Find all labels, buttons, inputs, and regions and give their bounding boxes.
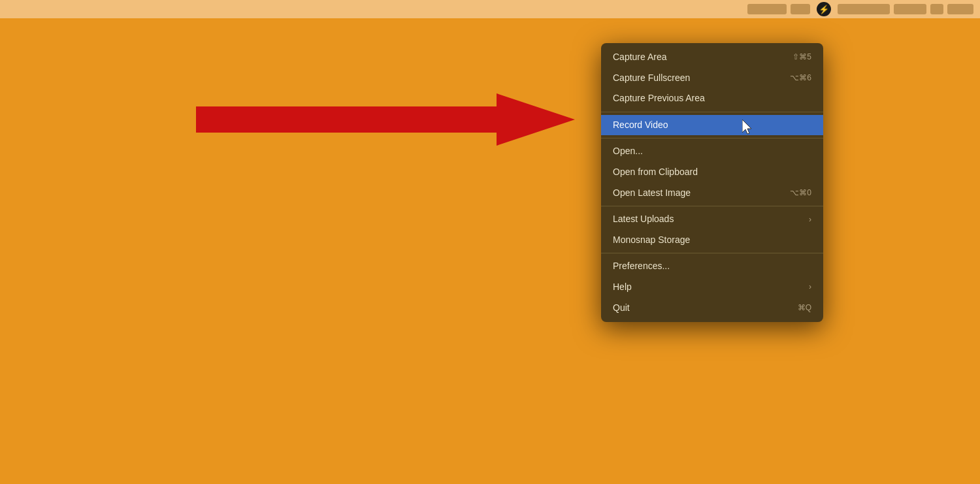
menu-item-label-preferences: Preferences...: [613, 260, 670, 273]
menu-item-label-help: Help: [613, 281, 632, 294]
menu-item-capture-previous-area[interactable]: Capture Previous Area: [601, 88, 823, 109]
menu-item-shortcut-open-latest-image: ⌥⌘0: [790, 187, 811, 199]
menu-item-monosnap-storage[interactable]: Monosnap Storage: [601, 230, 823, 251]
menubar: ⚡: [0, 0, 980, 18]
menu-item-open-latest-image[interactable]: Open Latest Image ⌥⌘0: [601, 183, 823, 204]
menu-item-label-capture-fullscreen: Capture Fullscreen: [613, 72, 690, 85]
menu-item-label-record-video: Record Video: [613, 119, 668, 132]
main-background: Capture Area ⇧⌘5 Capture Fullscreen ⌥⌘6 …: [0, 18, 980, 484]
menu-item-label-capture-area: Capture Area: [613, 51, 667, 64]
menu-item-open-from-clipboard[interactable]: Open from Clipboard: [601, 162, 823, 183]
context-menu: Capture Area ⇧⌘5 Capture Fullscreen ⌥⌘6 …: [601, 43, 823, 322]
menubar-placeholder-4: [894, 4, 926, 14]
menu-item-capture-area[interactable]: Capture Area ⇧⌘5: [601, 47, 823, 68]
menu-item-shortcut-capture-fullscreen: ⌥⌘6: [790, 73, 811, 84]
menu-item-latest-uploads[interactable]: Latest Uploads ›: [601, 209, 823, 230]
separator-4: [601, 253, 823, 253]
menu-item-label-capture-previous-area: Capture Previous Area: [613, 92, 705, 105]
menu-item-label-monosnap-storage: Monosnap Storage: [613, 234, 690, 247]
menubar-placeholder-3: [838, 4, 890, 14]
menu-item-quit[interactable]: Quit ⌘Q: [601, 298, 823, 319]
separator-1: [601, 112, 823, 112]
menubar-placeholder-6: [947, 4, 973, 14]
svg-marker-1: [742, 120, 751, 134]
menu-item-help[interactable]: Help ›: [601, 277, 823, 298]
menu-item-capture-fullscreen[interactable]: Capture Fullscreen ⌥⌘6: [601, 68, 823, 89]
menu-item-label-quit: Quit: [613, 302, 630, 315]
menu-item-label-open-latest-image: Open Latest Image: [613, 187, 691, 200]
menu-item-record-video[interactable]: Record Video: [601, 115, 823, 136]
menu-item-label-open: Open...: [613, 145, 643, 158]
menu-item-shortcut-quit: ⌘Q: [798, 302, 811, 314]
menu-item-label-latest-uploads: Latest Uploads: [613, 213, 674, 226]
menubar-placeholder-5: [930, 4, 943, 14]
submenu-arrow-help: ›: [809, 282, 811, 293]
menu-item-open[interactable]: Open...: [601, 141, 823, 162]
menubar-placeholder-1: [747, 4, 787, 14]
menu-item-shortcut-capture-area: ⇧⌘5: [792, 52, 811, 63]
mouse-cursor: [742, 120, 755, 135]
lightning-icon: ⚡: [819, 5, 829, 14]
separator-2: [601, 138, 823, 138]
menu-item-label-open-from-clipboard: Open from Clipboard: [613, 166, 698, 179]
separator-3: [601, 206, 823, 206]
svg-marker-0: [196, 93, 575, 146]
menubar-right-area: ⚡: [747, 2, 973, 16]
menu-item-preferences[interactable]: Preferences...: [601, 256, 823, 277]
monosnap-menubar-icon[interactable]: ⚡: [817, 2, 831, 16]
submenu-arrow-latest-uploads: ›: [809, 214, 811, 225]
menubar-placeholder-2: [791, 4, 810, 14]
red-arrow: [196, 84, 575, 155]
